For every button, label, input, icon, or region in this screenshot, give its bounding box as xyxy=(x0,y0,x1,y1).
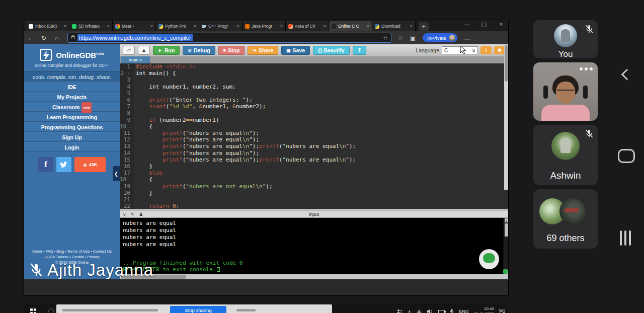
collections-icon[interactable]: ▣ xyxy=(410,34,416,41)
browser-tab-python[interactable]: Python Pro× xyxy=(156,21,199,31)
download-button[interactable]: ↧ xyxy=(353,46,367,55)
browser-tab-python[interactable]: Download× xyxy=(372,21,416,31)
run-button[interactable]: ►Run xyxy=(153,46,180,55)
share-bar-hide-link[interactable] xyxy=(236,309,256,311)
stop-sharing-button[interactable]: Stop sharing xyxy=(170,306,226,313)
inprivate-badge[interactable]: InPrivate xyxy=(423,33,457,42)
stop-button[interactable]: ■Stop xyxy=(218,46,245,55)
info-button[interactable]: i xyxy=(480,46,492,54)
favorites-icon[interactable]: ☆ xyxy=(397,34,403,41)
close-tab-icon[interactable]: × xyxy=(237,24,239,29)
mic-tray-icon[interactable] xyxy=(450,309,454,313)
browser-tab-whatsapp[interactable]: (2) WhatsA× xyxy=(69,21,113,31)
close-tab-icon[interactable]: × xyxy=(64,24,66,29)
hidden-icons-chevron[interactable]: ∧ xyxy=(408,309,412,313)
output-console[interactable]: nubers are equalnubers are equalnubers a… xyxy=(120,218,508,274)
sidebar-item-login[interactable]: Login xyxy=(24,142,120,152)
browser-tab-meet[interactable]: Meet -× xyxy=(113,21,156,31)
onlinegdb-logo[interactable]: OnlineGDBbeta xyxy=(24,44,120,61)
drag-handle-icon[interactable] xyxy=(620,230,631,246)
home-button[interactable]: ⌂ xyxy=(50,34,63,42)
console-output-line: nubers are equal xyxy=(123,241,176,248)
facebook-button[interactable]: f xyxy=(38,157,53,172)
editor-scrollbar-thumb[interactable] xyxy=(505,45,508,82)
footer-links-2[interactable]: • GDB Tutorial • Credits • Privacy xyxy=(24,254,120,260)
token-plain: , xyxy=(193,103,199,110)
url-text[interactable]: https://www.onlinegdb.com/online_c_compi… xyxy=(77,34,193,41)
save-button[interactable]: ▣Save xyxy=(281,46,310,55)
beautify-button[interactable]: {} Beautify xyxy=(313,46,350,55)
sidebar-item-classroom[interactable]: Classroomnew xyxy=(24,102,120,112)
code-content: int number1, number2, sum; xyxy=(134,84,236,90)
sidebar-item-sign-up[interactable]: Sign Up xyxy=(24,132,120,142)
sidebar-item-my-projects[interactable]: My Projects xyxy=(24,92,120,102)
new-file-button[interactable]: ▱ xyxy=(123,46,135,55)
token-fn: printf xyxy=(163,150,183,156)
onlinegdb-sidebar: OnlineGDBbeta online compiler and debugg… xyxy=(24,44,120,279)
footer-links-1[interactable]: About • FAQ • Blog • Terms of Use • Cont… xyxy=(24,249,120,254)
browser-tab-java[interactable]: Java Progr× xyxy=(243,21,286,31)
taskbar-clock[interactable]: 10:40 09-11-2020 xyxy=(474,306,494,313)
volume-icon[interactable] xyxy=(427,309,433,313)
home-pill-icon[interactable] xyxy=(618,149,635,163)
browser-tab-gmail[interactable]: MInbox (590)× xyxy=(26,21,69,31)
horizontal-scrollbar[interactable] xyxy=(120,274,508,279)
keyboard-language[interactable]: ENG xyxy=(459,309,469,313)
battery-icon[interactable] xyxy=(438,310,445,313)
participant-tile-ashwin[interactable]: Ashwin xyxy=(533,125,598,185)
code-content: printf("nubers are equal\n");printf("nub… xyxy=(134,156,356,163)
notification-icon[interactable] xyxy=(499,309,505,313)
console-scrollbar-thumb[interactable] xyxy=(505,223,508,237)
share-count-button[interactable]: + 43K xyxy=(74,157,106,172)
console-scrollbar[interactable]: ▲ ▼ xyxy=(504,218,508,274)
debug-button[interactable]: ⊙Debug xyxy=(183,46,215,55)
sidebar-collapse-button[interactable]: ❮ xyxy=(113,166,120,181)
close-tab-icon[interactable]: × xyxy=(324,24,326,29)
sidebar-item-learn-programming[interactable]: Learn Programming xyxy=(24,112,120,122)
token-fn: printf xyxy=(163,183,183,190)
participant-tile-others[interactable]: 69 others xyxy=(533,189,598,249)
editor-scrollbar[interactable] xyxy=(504,44,508,190)
console-cursor xyxy=(217,267,220,272)
scroll-up-arrow[interactable]: ▲ xyxy=(505,218,508,222)
twitter-button[interactable] xyxy=(56,157,71,172)
close-tab-icon[interactable]: × xyxy=(410,24,413,29)
back-button[interactable]: ← xyxy=(24,34,37,42)
start-button[interactable] xyxy=(30,308,36,313)
back-chevron-icon[interactable] xyxy=(621,69,633,81)
sidebar-item-programming-questions[interactable]: Programming Questions xyxy=(24,122,120,132)
people-icon[interactable] xyxy=(396,309,403,313)
url-bar[interactable]: https://www.onlinegdb.com/online_c_compi… xyxy=(67,33,391,43)
file-tab-main-c[interactable]: main.c xyxy=(121,56,150,63)
close-tab-icon[interactable]: × xyxy=(367,24,369,29)
new-tab-button[interactable]: + xyxy=(419,22,429,31)
close-button[interactable]: × xyxy=(497,21,505,28)
close-tab-icon[interactable]: × xyxy=(280,24,283,29)
share-button[interactable]: ↪Share xyxy=(248,46,278,55)
maximize-button[interactable]: ▢ xyxy=(480,21,488,28)
participant-tile-active-speaker[interactable] xyxy=(533,62,598,121)
network-icon[interactable] xyxy=(416,309,422,313)
feedback-chat-button[interactable] xyxy=(479,249,499,269)
sidebar-item-ide[interactable]: IDE xyxy=(24,82,120,92)
close-tab-icon[interactable]: × xyxy=(107,24,110,29)
fork-project-button[interactable]: ▲ xyxy=(138,46,150,55)
browser-menu-icon[interactable]: … xyxy=(464,34,470,41)
refresh-button[interactable]: ↻ xyxy=(37,34,50,42)
settings-gear-button[interactable]: ✱ xyxy=(494,46,505,54)
bookmark-star-icon[interactable]: ☆ xyxy=(383,35,388,41)
tile-options-icon[interactable] xyxy=(580,67,593,70)
taskbar-search-icon[interactable] xyxy=(48,308,54,313)
close-tab-icon[interactable]: × xyxy=(194,24,196,29)
browser-tab-strip: MInbox (590)×(2) WhatsA×Meet -×Python Pr… xyxy=(24,20,508,31)
code-editor[interactable]: 1#include <stdio.h>2 -int main() {34 int… xyxy=(120,63,508,209)
close-tab-icon[interactable]: × xyxy=(150,24,153,29)
code-content xyxy=(134,76,136,83)
participant-tile-you[interactable]: You xyxy=(533,20,598,58)
code-content xyxy=(134,196,136,203)
minimize-button[interactable]: — xyxy=(463,21,471,28)
browser-tab-area[interactable]: Area of Cir× xyxy=(286,21,329,31)
browser-tab-gdb[interactable]: Online C C× xyxy=(329,21,372,31)
browser-tab-cpp[interactable]: SFC++ Progr× xyxy=(199,21,243,31)
console-output-line: nubers are equal xyxy=(123,220,176,227)
